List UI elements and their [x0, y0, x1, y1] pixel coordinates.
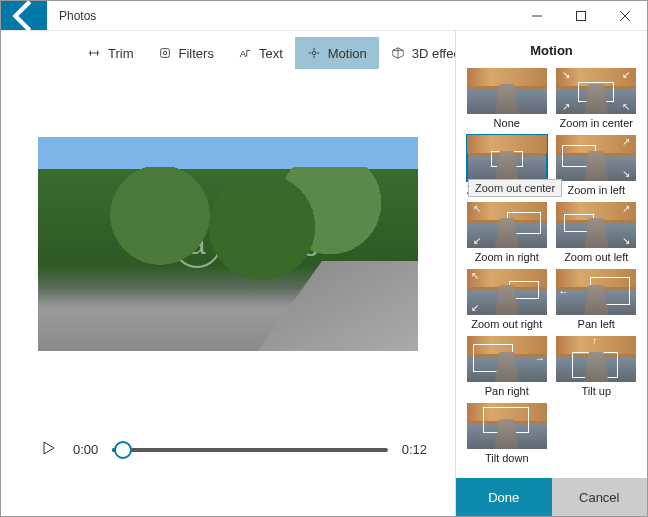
video-preview[interactable]: Quatrimang — [38, 137, 418, 351]
trim-button[interactable]: Trim — [75, 37, 146, 69]
svg-rect-7 — [160, 49, 169, 58]
motion-label: Motion — [328, 46, 367, 61]
svg-point-8 — [163, 51, 167, 55]
close-button[interactable] — [603, 1, 647, 30]
done-button[interactable]: Done — [456, 478, 552, 516]
app-title: Photos — [47, 1, 515, 30]
motion-panel: Motion Zoom out center None ↘ ↙ ↗ ↖ Zoom… — [455, 31, 647, 516]
titlebar: Photos — [1, 1, 647, 31]
trim-label: Trim — [108, 46, 134, 61]
slider-thumb[interactable] — [114, 441, 132, 459]
svg-point-10 — [312, 51, 316, 55]
motion-button[interactable]: Motion — [295, 37, 379, 69]
trim-icon — [87, 46, 101, 60]
svg-text:A: A — [240, 48, 247, 59]
play-button[interactable] — [39, 439, 59, 460]
motion-option-zoom-in-right[interactable]: ↖ ↙ Zoom in right — [466, 202, 548, 265]
cube-icon — [391, 46, 405, 60]
text-label: Text — [259, 46, 283, 61]
svg-rect-1 — [577, 11, 586, 20]
motion-icon — [307, 46, 321, 60]
motion-option-none[interactable]: None — [466, 68, 548, 131]
minimize-button[interactable] — [515, 1, 559, 30]
motion-option-tilt-down[interactable]: Tilt down — [466, 403, 548, 466]
panel-title: Motion — [456, 31, 647, 68]
motion-option-zoom-out-left[interactable]: ↗ ↘ Zoom out left — [556, 202, 638, 265]
watermark: Quatrimang — [136, 220, 320, 268]
motion-option-pan-right[interactable]: → Pan right — [466, 336, 548, 399]
text-icon: A — [238, 46, 252, 60]
motion-option-zoom-in-left[interactable]: ↗ ↘ Zoom in left — [556, 135, 638, 198]
current-time: 0:00 — [73, 442, 98, 457]
panel-footer: Done Cancel — [456, 478, 647, 516]
motion-option-zoom-in-center[interactable]: ↘ ↙ ↗ ↖ Zoom in center — [556, 68, 638, 131]
filters-label: Filters — [179, 46, 214, 61]
motion-grid: None ↘ ↙ ↗ ↖ Zoom in center Zoom out cen… — [456, 68, 647, 478]
total-time: 0:12 — [402, 442, 427, 457]
back-button[interactable] — [1, 1, 47, 30]
main-area: Quatrimang 0:00 0:12 — [1, 75, 455, 516]
filters-button[interactable]: Filters — [146, 37, 226, 69]
motion-option-pan-left[interactable]: ← Pan left — [556, 269, 638, 332]
text-button[interactable]: A Text — [226, 37, 295, 69]
maximize-button[interactable] — [559, 1, 603, 30]
player-bar: 0:00 0:12 — [39, 439, 427, 460]
timeline-slider[interactable] — [112, 448, 387, 452]
motion-option-zoom-out-right[interactable]: ↖ ↙ Zoom out right — [466, 269, 548, 332]
motion-tooltip: Zoom out center — [468, 179, 562, 197]
window-controls — [515, 1, 647, 30]
cancel-button[interactable]: Cancel — [552, 478, 648, 516]
motion-option-tilt-up[interactable]: ↑ Tilt up — [556, 336, 638, 399]
filters-icon — [158, 46, 172, 60]
